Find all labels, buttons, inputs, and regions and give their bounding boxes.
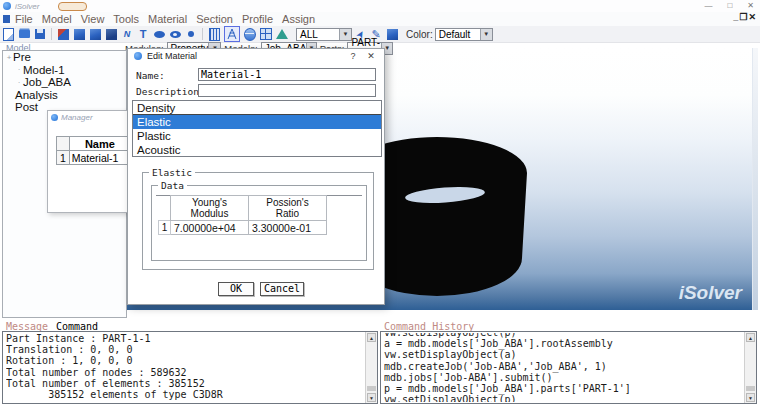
table-row[interactable]: 1 Material-1	[57, 151, 131, 165]
part-cube-icon[interactable]	[73, 28, 85, 40]
tree-item-model-1[interactable]: · Model-1	[3, 64, 126, 77]
titlebar-pill	[58, 2, 87, 11]
menu-view[interactable]: View	[81, 13, 105, 25]
list-item-density[interactable]: Density	[133, 101, 381, 115]
description-input[interactable]	[198, 84, 376, 97]
list-item-plastic[interactable]: Plastic	[133, 129, 381, 143]
instance-cube-icon[interactable]	[105, 28, 117, 40]
material-data-table: Young's Modulus Possion's Ratio 1 7.0000…	[158, 195, 327, 235]
scroll-up-icon[interactable]: ▲	[746, 333, 755, 342]
message-lines: Part Instance : PART-1-1 Translation : 0…	[6, 333, 365, 402]
elastic-groupbox: Elastic Data Young's Modulus Possion's R…	[142, 172, 374, 270]
list-item-elastic-selected[interactable]: Elastic	[133, 115, 381, 129]
row-index: 1	[57, 151, 70, 165]
new-file-icon[interactable]	[2, 28, 14, 40]
youngs-modulus-cell[interactable]: 7.00000e+04	[171, 221, 249, 235]
globe-mesh-icon[interactable]	[244, 28, 256, 40]
app-title: iSolver	[15, 2, 39, 11]
bullet-icon: ·	[15, 78, 23, 87]
mdi-document-icon	[3, 15, 10, 23]
tree-item-pre[interactable]: + Pre	[3, 51, 126, 64]
scrollbar-thumb[interactable]	[746, 386, 755, 391]
scrollbar[interactable]: ▲ ▼	[365, 332, 377, 403]
app-logo-icon	[3, 2, 11, 10]
tree-item-job-aba[interactable]: · Job_ABA	[3, 76, 126, 89]
scroll-down-icon[interactable]: ▼	[746, 393, 755, 402]
toolbar-separator	[51, 28, 52, 40]
minimize-icon[interactable]: —	[704, 0, 712, 11]
letter-t-icon[interactable]: T	[137, 28, 149, 40]
manager-title: Manager	[61, 113, 93, 122]
menu-file[interactable]: File	[15, 13, 33, 25]
message-console[interactable]: Part Instance : PART-1-1 Translation : 0…	[2, 331, 378, 404]
corner-cell	[57, 137, 70, 151]
ok-button[interactable]: OK	[218, 282, 254, 296]
titlebar: iSolver	[0, 0, 760, 12]
viewport-watermark: iSolver	[679, 282, 742, 304]
data-group-label: Data	[158, 180, 187, 191]
menu-tools[interactable]: Tools	[113, 13, 139, 25]
scroll-up-icon[interactable]: ▲	[367, 333, 376, 342]
part-cube-red-icon[interactable]	[57, 28, 69, 40]
edit-material-titlebar[interactable]: Edit Material ? ✕	[128, 49, 384, 63]
display-filter-dropdown[interactable]: ALL ▼	[296, 28, 352, 41]
toolbar-separator	[202, 28, 203, 40]
ellipse-hole-icon[interactable]	[169, 28, 181, 40]
possions-ratio-cell[interactable]: 3.30000e-01	[249, 221, 327, 235]
menu-model[interactable]: Model	[42, 13, 72, 25]
menu-profile[interactable]: Profile	[242, 13, 273, 25]
property-listbox: Density Elastic Plastic Acoustic	[132, 100, 382, 157]
expander-icon[interactable]: +	[5, 53, 13, 62]
tree-item-analysis[interactable]: Analysis	[3, 89, 126, 102]
bullet-icon: ·	[15, 65, 23, 74]
command-history-console[interactable]: vw.setDisplayObject(p) a = mdb.models['J…	[380, 331, 757, 404]
mdi-close-icon[interactable]: ✕	[748, 12, 757, 22]
material-name-cell[interactable]: Material-1	[69, 151, 130, 165]
menu-section[interactable]: Section	[196, 13, 233, 25]
menu-assign[interactable]: Assign	[282, 13, 315, 25]
letter-n-icon[interactable]: N	[121, 28, 133, 40]
scrollbar-thumb[interactable]	[367, 386, 376, 391]
name-label: Name:	[136, 70, 165, 81]
help-icon[interactable]: ?	[346, 51, 360, 61]
corner-cell	[159, 196, 171, 221]
solid-cube-icon[interactable]	[386, 28, 398, 40]
scroll-down-icon[interactable]: ▼	[367, 393, 376, 402]
name-column-header[interactable]: Name	[69, 137, 130, 151]
point-icon[interactable]	[185, 28, 197, 40]
close-icon[interactable]: ✕	[747, 0, 754, 11]
mountain-icon[interactable]	[276, 28, 288, 40]
table-header-row: Name	[57, 137, 131, 151]
color-dropdown[interactable]: Default ▼	[435, 28, 493, 41]
table-grid-icon[interactable]	[260, 28, 272, 40]
color-label: Color:	[406, 29, 433, 40]
ellipse-icon[interactable]	[153, 28, 165, 40]
name-input[interactable]	[198, 68, 376, 81]
cancel-button[interactable]: Cancel	[260, 282, 304, 296]
manager-dialog: Manager Name 1 Material-1	[47, 110, 132, 213]
edit-material-dialog: Edit Material ? ✕ Name: Description: Den…	[127, 48, 385, 305]
dialog-title: Edit Material	[147, 51, 197, 61]
viewport-edge-strip	[752, 48, 758, 310]
close-icon[interactable]: ✕	[364, 51, 378, 61]
scrollbar[interactable]: ▲ ▼	[744, 332, 756, 403]
dialog-icon	[51, 114, 58, 121]
manager-titlebar[interactable]: Manager	[48, 111, 131, 123]
menu-bar: File Model View Tools Material Section P…	[0, 12, 760, 26]
mesh-columns-icon[interactable]	[208, 28, 220, 40]
description-label: Description:	[136, 86, 205, 97]
list-item-acoustic[interactable]: Acoustic	[133, 143, 381, 157]
save-file-icon[interactable]	[34, 28, 46, 40]
maximize-icon[interactable]: □	[727, 0, 732, 11]
chevron-down-icon[interactable]: ▼	[480, 29, 492, 40]
menu-material[interactable]: Material	[148, 13, 187, 25]
mdi-window-controls: _❐✕	[733, 12, 757, 22]
assembly-cube-icon[interactable]	[89, 28, 101, 40]
youngs-modulus-header: Young's Modulus	[171, 196, 249, 221]
row-index: 1	[159, 221, 171, 235]
data-groupbox: Data Young's Modulus Possion's Ratio 1	[151, 185, 367, 261]
chevron-down-icon[interactable]: ▼	[339, 29, 351, 40]
open-file-icon[interactable]	[18, 28, 30, 40]
manager-table: Name 1 Material-1	[56, 136, 131, 165]
elastic-group-label: Elastic	[149, 167, 195, 178]
